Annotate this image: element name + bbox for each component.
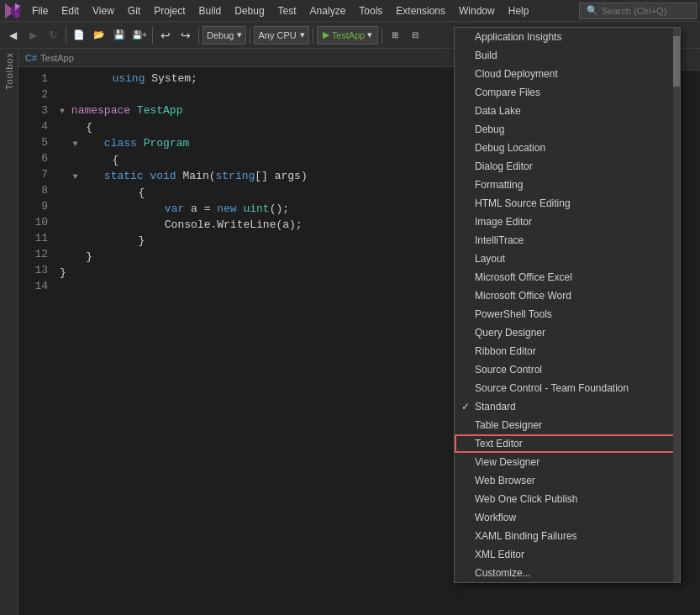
platform-label: Any CPU bbox=[258, 30, 296, 40]
code-editor[interactable]: 1 2 3 4 5 6 7 8 9 10 11 12 13 14 using S… bbox=[18, 67, 454, 615]
menu-item-xml-editor[interactable]: XML Editor bbox=[455, 545, 680, 564]
sidebar-strip: Toolbox bbox=[0, 49, 18, 615]
menubar: File Edit View Git Project Build Debug T… bbox=[0, 0, 700, 22]
save-button[interactable]: 💾 bbox=[110, 26, 129, 45]
menu-item-image-editor[interactable]: Image Editor bbox=[455, 213, 680, 231]
breadcrumb-text: TestApp bbox=[40, 53, 74, 63]
code-line-5: ▼ class Program bbox=[56, 135, 454, 152]
menu-item-build[interactable]: Build bbox=[455, 46, 680, 65]
search-box[interactable]: 🔍 Search (Ctrl+Q) bbox=[579, 3, 697, 19]
sep1 bbox=[66, 27, 66, 44]
code-lines[interactable]: using System; ▼ namespace TestApp { ▼ cl… bbox=[56, 67, 454, 615]
menu-item-dialog-editor[interactable]: Dialog Editor bbox=[455, 157, 680, 176]
menu-item-layout[interactable]: Layout bbox=[455, 250, 680, 268]
sep5 bbox=[313, 27, 313, 44]
code-line-11: } bbox=[56, 233, 454, 249]
code-line-7: ▼ static void Main(string[] args) bbox=[56, 168, 454, 185]
code-line-14 bbox=[56, 281, 454, 297]
menu-item-cloud-deployment[interactable]: Cloud Deployment bbox=[455, 65, 680, 83]
menu-project[interactable]: Project bbox=[147, 0, 192, 21]
menu-debug[interactable]: Debug bbox=[228, 0, 271, 21]
toolbar-extra1[interactable]: ⊞ bbox=[386, 26, 404, 45]
back-button[interactable]: ◀ bbox=[3, 26, 22, 45]
toolbars-dropdown-menu: Application InsightsBuildCloud Deploymen… bbox=[454, 27, 681, 583]
menu-file[interactable]: File bbox=[25, 0, 55, 21]
code-line-6: { bbox=[56, 152, 454, 168]
menu-item-view-designer[interactable]: View Designer bbox=[455, 453, 680, 471]
run-button[interactable]: ▶ TestApp ▾ bbox=[317, 26, 379, 45]
menu-item-compare-files[interactable]: Compare Files bbox=[455, 83, 680, 102]
menu-item-debug[interactable]: Debug bbox=[455, 120, 680, 139]
sep3 bbox=[198, 27, 199, 44]
menu-item-debug-location[interactable]: Debug Location bbox=[455, 139, 680, 157]
redo-button[interactable]: ↪ bbox=[176, 26, 195, 45]
sep6 bbox=[382, 27, 382, 44]
open-file-button[interactable]: 📂 bbox=[90, 26, 108, 45]
menu-item-microsoft-office-word[interactable]: Microsoft Office Word bbox=[455, 286, 680, 305]
menu-item-source-control[interactable]: Source Control bbox=[455, 360, 680, 379]
menu-analyze[interactable]: Analyze bbox=[303, 0, 353, 21]
debug-config-chevron: ▾ bbox=[237, 29, 242, 40]
menu-item-xaml-binding-failures[interactable]: XAML Binding Failures bbox=[455, 527, 680, 545]
code-editor-area: C# TestApp 1 2 3 4 5 6 7 8 9 10 11 12 13… bbox=[18, 49, 454, 615]
menu-item-intellitrace[interactable]: IntelliTrace bbox=[455, 231, 680, 250]
platform-chevron: ▾ bbox=[300, 29, 305, 40]
menu-item-standard[interactable]: Standard bbox=[455, 397, 680, 416]
forward-button[interactable]: ▶ bbox=[24, 26, 42, 45]
save-all-button[interactable]: 💾+ bbox=[130, 26, 149, 45]
run-icon: ▶ bbox=[323, 29, 329, 40]
menu-help[interactable]: Help bbox=[502, 0, 536, 21]
code-line-9: var a = new uint(); bbox=[56, 201, 454, 217]
run-label: TestApp bbox=[332, 30, 366, 40]
code-line-12: } bbox=[56, 249, 454, 265]
menu-item-source-control-tf[interactable]: Source Control - Team Foundation bbox=[455, 379, 680, 397]
refresh-button[interactable]: ↻ bbox=[44, 26, 62, 45]
code-line-10: Console.WriteLine(a); bbox=[56, 217, 454, 233]
menu-item-data-lake[interactable]: Data Lake bbox=[455, 102, 680, 120]
menu-item-web-browser[interactable]: Web Browser bbox=[455, 471, 680, 490]
breadcrumb-bar: C# TestApp bbox=[18, 49, 454, 67]
new-file-button[interactable]: 📄 bbox=[70, 26, 88, 45]
sep2 bbox=[152, 27, 153, 44]
menu-item-workflow[interactable]: Workflow bbox=[455, 508, 680, 527]
menu-item-microsoft-office-excel[interactable]: Microsoft Office Excel bbox=[455, 268, 680, 286]
menu-tools[interactable]: Tools bbox=[352, 0, 389, 21]
menu-item-query-designer[interactable]: Query Designer bbox=[455, 323, 680, 342]
debug-config-label: Debug bbox=[207, 30, 234, 40]
menu-view[interactable]: View bbox=[86, 0, 121, 21]
breadcrumb-icon: C# bbox=[25, 53, 37, 63]
menu-extensions[interactable]: Extensions bbox=[389, 0, 452, 21]
code-line-8: { bbox=[56, 185, 454, 201]
debug-config-dropdown[interactable]: Debug ▾ bbox=[203, 26, 246, 45]
menu-item-ribbon-editor[interactable]: Ribbon Editor bbox=[455, 342, 680, 360]
line-numbers: 1 2 3 4 5 6 7 8 9 10 11 12 13 14 bbox=[18, 67, 56, 615]
code-line-2 bbox=[56, 87, 454, 102]
menu-window[interactable]: Window bbox=[452, 0, 502, 21]
menu-item-formatting[interactable]: Formatting bbox=[455, 176, 680, 194]
code-line-13: } bbox=[56, 265, 454, 281]
search-placeholder: Search (Ctrl+Q) bbox=[602, 6, 666, 16]
undo-button[interactable]: ↩ bbox=[156, 26, 175, 45]
code-line-1: using System; bbox=[56, 71, 454, 87]
menu-test[interactable]: Test bbox=[271, 0, 303, 21]
menu-item-html-source-editing[interactable]: HTML Source Editing bbox=[455, 194, 680, 213]
menu-item-text-editor[interactable]: Text Editor bbox=[455, 434, 680, 453]
code-line-4: { bbox=[56, 119, 454, 135]
menu-item-customize[interactable]: Customize... bbox=[455, 564, 680, 582]
menu-item-web-one-click-publish[interactable]: Web One Click Publish bbox=[455, 490, 680, 508]
menu-item-table-designer[interactable]: Table Designer bbox=[455, 416, 680, 434]
menu-item-powershell-tools[interactable]: PowerShell Tools bbox=[455, 305, 680, 323]
menu-scrollbar[interactable] bbox=[673, 28, 680, 582]
run-chevron: ▾ bbox=[367, 29, 372, 40]
menu-git[interactable]: Git bbox=[121, 0, 147, 21]
sep4 bbox=[250, 27, 250, 44]
menu-scrollbar-thumb[interactable] bbox=[673, 36, 680, 87]
menu-item-application-insights[interactable]: Application Insights bbox=[455, 28, 680, 46]
menu-build[interactable]: Build bbox=[192, 0, 229, 21]
toolbar-extra2[interactable]: ⊟ bbox=[406, 26, 424, 45]
search-icon: 🔍 bbox=[587, 5, 598, 16]
menu-edit[interactable]: Edit bbox=[55, 0, 86, 21]
vs-logo bbox=[3, 2, 22, 20]
platform-dropdown[interactable]: Any CPU ▾ bbox=[254, 26, 308, 45]
code-line-3: ▼ namespace TestApp bbox=[56, 102, 454, 119]
